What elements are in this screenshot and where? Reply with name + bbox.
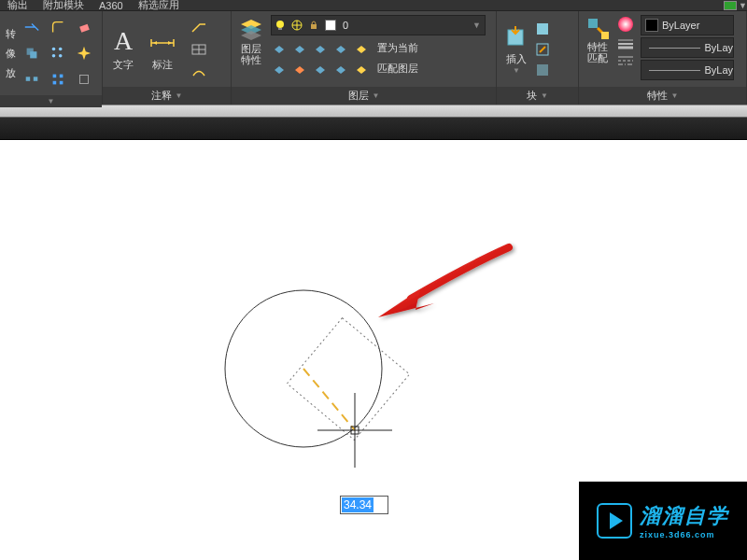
annotation-arrow [378, 247, 509, 317]
linetype-preview [649, 70, 700, 71]
svg-point-6 [59, 54, 63, 58]
layer-visibility-icon [274, 19, 287, 32]
offset-button[interactable] [72, 67, 96, 91]
annotate-panel-title: 注释 [151, 89, 172, 103]
layer-isolate-button[interactable] [332, 39, 349, 56]
dimension-icon [148, 26, 177, 56]
properties-expand[interactable]: ▼ [671, 91, 679, 100]
layer-props-label: 图层 特性 [241, 43, 261, 65]
layer-match-button[interactable] [353, 60, 370, 77]
match-props-icon [585, 15, 611, 41]
layers-panel-title: 图层 [348, 89, 369, 103]
leader-button[interactable] [187, 18, 211, 36]
svg-rect-8 [34, 77, 38, 81]
quick-color-dropdown[interactable]: ▼ [739, 1, 747, 10]
lineweight-icon[interactable] [616, 37, 635, 50]
layer-selector[interactable]: 0 ▼ [271, 15, 486, 35]
watermark-logo [597, 503, 632, 539]
svg-rect-13 [80, 76, 89, 84]
layers-expand[interactable]: ▼ [373, 91, 380, 100]
trim-button[interactable] [20, 15, 44, 39]
radius-rubberband [303, 369, 355, 430]
dynamic-box [287, 318, 409, 441]
layer-lock-button[interactable] [312, 39, 329, 56]
watermark: 溜溜自学 zixue.3d66.com [579, 482, 747, 560]
radius-value: 34.34 [342, 497, 374, 512]
blocks-panel-title: 块 [527, 89, 537, 103]
table-button[interactable] [187, 40, 211, 59]
layer-unisolate-button[interactable] [332, 60, 349, 77]
text-icon: A [108, 26, 138, 56]
match-props-label: 特性 匹配 [587, 41, 608, 63]
modify-rotate-label: 转 [6, 27, 16, 41]
create-block-button[interactable] [534, 21, 551, 37]
svg-rect-24 [537, 64, 548, 76]
layer-properties-icon [237, 15, 265, 43]
svg-rect-11 [53, 81, 57, 85]
linetype-icon[interactable] [616, 54, 635, 67]
layer-off-button[interactable] [271, 39, 288, 56]
drawn-circle [225, 290, 382, 447]
text-label: 文字 [113, 58, 134, 72]
svg-point-17 [276, 21, 284, 28]
modify-scale-label: 放 [6, 66, 16, 80]
dimension-label: 标注 [152, 58, 173, 72]
linetype-value: ByLay [704, 64, 733, 76]
insert-label: 插入 [506, 52, 527, 66]
attrib-button[interactable] [534, 62, 551, 78]
set-current-label[interactable]: 置为当前 [377, 41, 418, 55]
arc-dim-button[interactable] [187, 63, 211, 81]
layer-lock-icon [307, 19, 320, 32]
insert-block-button[interactable]: 插入 ▼ [502, 24, 530, 75]
fillet-button[interactable] [46, 15, 70, 39]
svg-point-3 [52, 48, 56, 51]
edit-block-button[interactable] [534, 41, 551, 58]
layer-dropdown-arrow[interactable]: ▼ [472, 21, 481, 30]
color-value: ByLayer [662, 20, 699, 31]
layer-thaw-button[interactable] [291, 60, 308, 77]
array-button[interactable] [46, 41, 70, 65]
layer-on-button[interactable] [271, 60, 288, 77]
layer-freeze-icon [290, 19, 303, 32]
layer-properties-button[interactable]: 图层 特性 [237, 15, 265, 65]
svg-point-5 [52, 54, 56, 58]
modify-mirror-label: 像 [6, 47, 16, 61]
color-wheel-icon[interactable] [616, 15, 635, 34]
radius-input[interactable]: 34.34 [340, 496, 388, 514]
tab-a360[interactable]: A360 [92, 0, 131, 11]
stretch-button[interactable] [20, 67, 44, 91]
lineweight-preview [649, 48, 700, 49]
insert-icon [502, 24, 530, 52]
crosshair-pickbox [351, 427, 359, 434]
layer-color-swatch [325, 20, 336, 31]
text-button[interactable]: A 文字 [108, 26, 138, 72]
color-swatch-black [645, 19, 658, 32]
svg-rect-2 [30, 51, 36, 58]
watermark-name: 溜溜自学 [640, 502, 729, 530]
copy-button[interactable] [20, 41, 44, 65]
explode-button[interactable] [72, 41, 96, 65]
match-properties-button[interactable]: 特性 匹配 [585, 15, 611, 63]
svg-rect-25 [588, 19, 598, 28]
blocks-expand[interactable]: ▼ [541, 91, 548, 100]
layer-unlock-button[interactable] [312, 60, 329, 77]
svg-rect-26 [601, 32, 609, 39]
layer-current-button[interactable] [353, 39, 370, 56]
annotate-expand[interactable]: ▼ [176, 91, 183, 100]
layer-freeze-button[interactable] [291, 39, 308, 56]
match-layer-label[interactable]: 匹配图层 [377, 62, 418, 76]
svg-rect-18 [278, 28, 282, 30]
modify-expand[interactable]: ▼ [48, 97, 55, 105]
color-select[interactable]: ByLayer [641, 15, 734, 35]
grid-button[interactable] [46, 67, 70, 91]
lineweight-select[interactable]: ByLay [641, 37, 734, 58]
dimension-button[interactable]: 标注 [148, 26, 177, 72]
erase-button[interactable] [72, 15, 96, 39]
svg-point-27 [618, 17, 633, 32]
watermark-url: zixue.3d66.com [640, 530, 715, 539]
lineweight-value: ByLay [704, 42, 733, 53]
drawing-canvas[interactable]: 34.34 指定圆的半径或 ▾ 溜溜自学 zixue.3d66.com [0, 140, 747, 560]
svg-rect-9 [53, 75, 57, 78]
linetype-select[interactable]: ByLay [641, 60, 734, 80]
quick-color-swatch[interactable] [724, 1, 737, 10]
